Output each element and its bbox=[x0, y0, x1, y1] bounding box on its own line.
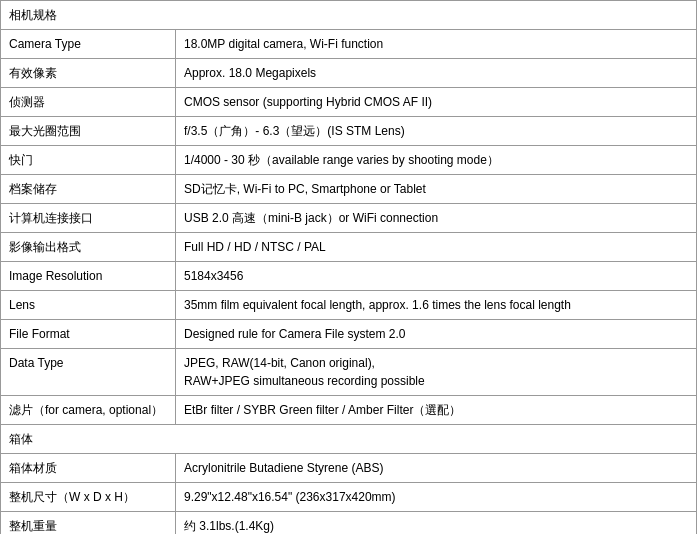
label-cell: 档案储存 bbox=[1, 175, 176, 204]
value-cell: JPEG, RAW(14-bit, Canon original),RAW+JP… bbox=[176, 349, 697, 396]
table-row: 整机重量约 3.1lbs.(1.4Kg) bbox=[1, 512, 697, 535]
label-cell: 有效像素 bbox=[1, 59, 176, 88]
value-cell: SD记忆卡, Wi-Fi to PC, Smartphone or Tablet bbox=[176, 175, 697, 204]
label-cell: 整机重量 bbox=[1, 512, 176, 535]
section1-header-row: 相机规格 bbox=[1, 1, 697, 30]
table-row: 整机尺寸（W x D x H）9.29"x12.48"x16.54" (236x… bbox=[1, 483, 697, 512]
table-row: 箱体材质Acrylonitrile Butadiene Styrene (ABS… bbox=[1, 454, 697, 483]
section2-header-row: 箱体 bbox=[1, 425, 697, 454]
label-cell: 整机尺寸（W x D x H） bbox=[1, 483, 176, 512]
label-cell: 快门 bbox=[1, 146, 176, 175]
value-cell: 5184x3456 bbox=[176, 262, 697, 291]
section2-header: 箱体 bbox=[1, 425, 697, 454]
value-cell: f/3.5（广角）- 6.3（望远）(IS STM Lens) bbox=[176, 117, 697, 146]
value-cell: 1/4000 - 30 秒（available range varies by … bbox=[176, 146, 697, 175]
spec-table: 相机规格 Camera Type18.0MP digital camera, W… bbox=[0, 0, 697, 534]
table-row: 滤片（for camera, optional）EtBr filter / SY… bbox=[1, 396, 697, 425]
table-row: 计算机连接接口USB 2.0 高速（mini-B jack）or WiFi co… bbox=[1, 204, 697, 233]
table-row: File FormatDesigned rule for Camera File… bbox=[1, 320, 697, 349]
table-row: Data TypeJPEG, RAW(14-bit, Canon origina… bbox=[1, 349, 697, 396]
value-cell: Full HD / HD / NTSC / PAL bbox=[176, 233, 697, 262]
table-row: Camera Type18.0MP digital camera, Wi-Fi … bbox=[1, 30, 697, 59]
table-row: 档案储存SD记忆卡, Wi-Fi to PC, Smartphone or Ta… bbox=[1, 175, 697, 204]
value-cell: Designed rule for Camera File system 2.0 bbox=[176, 320, 697, 349]
value-cell: Approx. 18.0 Megapixels bbox=[176, 59, 697, 88]
table-row: Lens35mm film equivalent focal length, a… bbox=[1, 291, 697, 320]
label-cell: 侦测器 bbox=[1, 88, 176, 117]
label-cell: 计算机连接接口 bbox=[1, 204, 176, 233]
label-cell: 箱体材质 bbox=[1, 454, 176, 483]
table-row: 影像输出格式Full HD / HD / NTSC / PAL bbox=[1, 233, 697, 262]
value-cell: Acrylonitrile Butadiene Styrene (ABS) bbox=[176, 454, 697, 483]
value-cell: CMOS sensor (supporting Hybrid CMOS AF I… bbox=[176, 88, 697, 117]
table-row: Image Resolution5184x3456 bbox=[1, 262, 697, 291]
table-row: 最大光圈范围f/3.5（广角）- 6.3（望远）(IS STM Lens) bbox=[1, 117, 697, 146]
label-cell: 影像输出格式 bbox=[1, 233, 176, 262]
table-row: 侦测器CMOS sensor (supporting Hybrid CMOS A… bbox=[1, 88, 697, 117]
value-cell: 约 3.1lbs.(1.4Kg) bbox=[176, 512, 697, 535]
value-cell: 18.0MP digital camera, Wi-Fi function bbox=[176, 30, 697, 59]
section1-header: 相机规格 bbox=[1, 1, 697, 30]
value-cell: USB 2.0 高速（mini-B jack）or WiFi connectio… bbox=[176, 204, 697, 233]
table-row: 有效像素Approx. 18.0 Megapixels bbox=[1, 59, 697, 88]
label-cell: File Format bbox=[1, 320, 176, 349]
label-cell: Image Resolution bbox=[1, 262, 176, 291]
label-cell: Camera Type bbox=[1, 30, 176, 59]
label-cell: 最大光圈范围 bbox=[1, 117, 176, 146]
label-cell: 滤片（for camera, optional） bbox=[1, 396, 176, 425]
value-cell: EtBr filter / SYBR Green filter / Amber … bbox=[176, 396, 697, 425]
label-cell: Lens bbox=[1, 291, 176, 320]
value-cell: 9.29"x12.48"x16.54" (236x317x420mm) bbox=[176, 483, 697, 512]
table-row: 快门1/4000 - 30 秒（available range varies b… bbox=[1, 146, 697, 175]
value-cell: 35mm film equivalent focal length, appro… bbox=[176, 291, 697, 320]
label-cell: Data Type bbox=[1, 349, 176, 396]
